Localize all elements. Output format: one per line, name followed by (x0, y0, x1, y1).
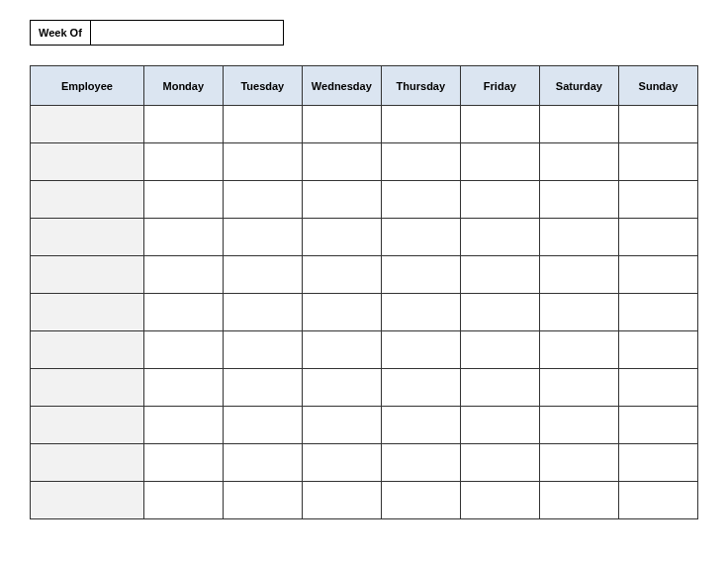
day-cell[interactable] (143, 369, 223, 407)
day-cell[interactable] (302, 181, 381, 219)
day-cell[interactable] (302, 106, 381, 143)
day-cell[interactable] (539, 407, 618, 444)
day-cell[interactable] (460, 143, 539, 181)
day-cell[interactable] (539, 482, 618, 519)
day-cell[interactable] (223, 407, 302, 444)
day-cell[interactable] (143, 331, 223, 369)
employee-cell[interactable] (31, 294, 144, 331)
day-cell[interactable] (381, 143, 460, 181)
day-cell[interactable] (460, 407, 539, 444)
day-cell[interactable] (223, 331, 302, 369)
day-cell[interactable] (460, 444, 539, 482)
day-cell[interactable] (460, 294, 539, 331)
day-cell[interactable] (381, 369, 460, 407)
day-cell[interactable] (381, 331, 460, 369)
day-cell[interactable] (618, 294, 697, 331)
day-cell[interactable] (618, 181, 697, 219)
day-cell[interactable] (302, 331, 381, 369)
employee-cell[interactable] (31, 106, 144, 143)
day-cell[interactable] (618, 369, 697, 407)
day-cell[interactable] (143, 181, 223, 219)
day-cell[interactable] (460, 256, 539, 294)
day-cell[interactable] (143, 143, 223, 181)
day-cell[interactable] (143, 294, 223, 331)
day-cell[interactable] (223, 369, 302, 407)
day-cell[interactable] (618, 106, 697, 143)
header-employee: Employee (31, 66, 144, 106)
day-cell[interactable] (302, 369, 381, 407)
day-cell[interactable] (223, 143, 302, 181)
day-cell[interactable] (302, 444, 381, 482)
day-cell[interactable] (618, 331, 697, 369)
employee-cell[interactable] (31, 256, 144, 294)
day-cell[interactable] (223, 294, 302, 331)
employee-cell[interactable] (31, 407, 144, 444)
day-cell[interactable] (539, 331, 618, 369)
header-friday: Friday (460, 66, 539, 106)
day-cell[interactable] (618, 407, 697, 444)
day-cell[interactable] (460, 331, 539, 369)
week-of-label: Week Of (30, 20, 91, 46)
day-cell[interactable] (381, 106, 460, 143)
day-cell[interactable] (618, 143, 697, 181)
day-cell[interactable] (143, 106, 223, 143)
day-cell[interactable] (143, 256, 223, 294)
employee-cell[interactable] (31, 331, 144, 369)
day-cell[interactable] (302, 143, 381, 181)
employee-cell[interactable] (31, 181, 144, 219)
header-saturday: Saturday (539, 66, 618, 106)
day-cell[interactable] (223, 106, 302, 143)
day-cell[interactable] (223, 219, 302, 256)
day-cell[interactable] (460, 482, 539, 519)
day-cell[interactable] (539, 106, 618, 143)
day-cell[interactable] (460, 106, 539, 143)
day-cell[interactable] (618, 482, 697, 519)
day-cell[interactable] (143, 444, 223, 482)
day-cell[interactable] (539, 143, 618, 181)
header-sunday: Sunday (618, 66, 697, 106)
employee-cell[interactable] (31, 369, 144, 407)
week-of-section: Week Of (30, 20, 698, 46)
table-row (31, 143, 698, 181)
day-cell[interactable] (223, 181, 302, 219)
schedule-body (31, 106, 698, 519)
day-cell[interactable] (381, 444, 460, 482)
day-cell[interactable] (302, 294, 381, 331)
day-cell[interactable] (381, 294, 460, 331)
day-cell[interactable] (381, 256, 460, 294)
day-cell[interactable] (381, 407, 460, 444)
day-cell[interactable] (539, 219, 618, 256)
table-row (31, 444, 698, 482)
day-cell[interactable] (539, 294, 618, 331)
week-of-input[interactable] (91, 20, 284, 46)
day-cell[interactable] (223, 482, 302, 519)
day-cell[interactable] (302, 219, 381, 256)
day-cell[interactable] (539, 181, 618, 219)
day-cell[interactable] (223, 256, 302, 294)
day-cell[interactable] (302, 482, 381, 519)
table-row (31, 294, 698, 331)
day-cell[interactable] (539, 256, 618, 294)
day-cell[interactable] (460, 369, 539, 407)
day-cell[interactable] (302, 256, 381, 294)
day-cell[interactable] (223, 444, 302, 482)
day-cell[interactable] (381, 181, 460, 219)
day-cell[interactable] (539, 369, 618, 407)
employee-cell[interactable] (31, 444, 144, 482)
day-cell[interactable] (302, 407, 381, 444)
day-cell[interactable] (381, 482, 460, 519)
day-cell[interactable] (618, 219, 697, 256)
header-thursday: Thursday (381, 66, 460, 106)
day-cell[interactable] (618, 444, 697, 482)
day-cell[interactable] (539, 444, 618, 482)
employee-cell[interactable] (31, 219, 144, 256)
employee-cell[interactable] (31, 482, 144, 519)
day-cell[interactable] (460, 181, 539, 219)
employee-cell[interactable] (31, 143, 144, 181)
day-cell[interactable] (143, 482, 223, 519)
day-cell[interactable] (381, 219, 460, 256)
day-cell[interactable] (460, 219, 539, 256)
day-cell[interactable] (143, 407, 223, 444)
day-cell[interactable] (618, 256, 697, 294)
day-cell[interactable] (143, 219, 223, 256)
